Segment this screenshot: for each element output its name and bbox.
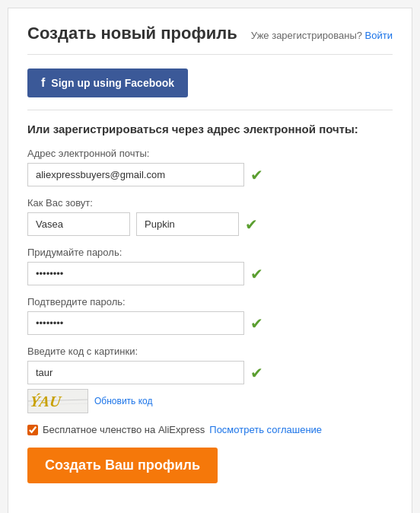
agreement-link[interactable]: Посмотреть соглашение <box>209 424 322 435</box>
password-input[interactable] <box>27 262 244 285</box>
confirm-password-input-row: ✔ <box>27 311 393 335</box>
captcha-group: Введите код с картинки: ✔ ÝAU Обновить к… <box>27 346 393 413</box>
login-link[interactable]: Войти <box>365 30 393 41</box>
confirm-password-input[interactable] <box>27 311 244 335</box>
facebook-signup-button[interactable]: f Sign up using Facebook <box>27 69 188 97</box>
membership-text: Бесплатное членство на AliExpress <box>43 424 205 435</box>
captcha-input[interactable] <box>27 361 244 384</box>
main-container: Создать новый профиль Уже зарегистрирова… <box>8 8 412 513</box>
email-label: Адрес электронной почты: <box>27 148 393 159</box>
last-name-input[interactable] <box>136 212 239 236</box>
password-group: Придумайте пароль: ✔ <box>27 247 393 285</box>
name-label: Как Вас зовут: <box>27 197 393 209</box>
password-check-icon: ✔ <box>250 265 263 283</box>
facebook-icon: f <box>41 76 45 90</box>
confirm-password-label: Подтвердите пароль: <box>27 296 393 307</box>
name-group: Как Вас зовут: ✔ <box>27 197 393 236</box>
email-input-row: ✔ <box>27 163 393 186</box>
confirm-password-check-icon: ✔ <box>250 314 263 333</box>
name-input-row: ✔ <box>27 212 393 236</box>
password-label: Придумайте пароль: <box>27 247 393 258</box>
captcha-image-row: ÝAU Обновить код <box>27 389 393 413</box>
email-group: Адрес электронной почты: ✔ <box>27 148 393 186</box>
svg-text:ÝAU: ÝAU <box>29 393 63 409</box>
page-title: Создать новый профиль <box>27 24 237 43</box>
captcha-svg: ÝAU <box>28 390 88 413</box>
captcha-input-row: ✔ <box>27 361 393 384</box>
refresh-captcha-button[interactable]: Обновить код <box>94 396 152 406</box>
already-registered-text: Уже зарегистрированы? Войти <box>251 30 393 41</box>
captcha-image: ÝAU <box>27 389 88 413</box>
email-check-icon: ✔ <box>250 166 263 184</box>
captcha-check-icon: ✔ <box>250 364 263 382</box>
password-input-row: ✔ <box>27 262 393 285</box>
submit-button[interactable]: Создать Ваш профиль <box>27 448 218 483</box>
name-check-icon: ✔ <box>245 215 258 234</box>
page-header: Создать новый профиль Уже зарегистрирова… <box>27 24 393 55</box>
membership-checkbox[interactable] <box>27 425 38 435</box>
first-name-input[interactable] <box>27 212 130 236</box>
email-input[interactable] <box>27 163 244 186</box>
or-email-section-label: Или зарегистрироваться через адрес элект… <box>27 123 393 135</box>
divider <box>27 110 393 110</box>
confirm-password-group: Подтвердите пароль: ✔ <box>27 296 393 335</box>
membership-row: Бесплатное членство на AliExpress Посмот… <box>27 424 393 435</box>
captcha-label: Введите код с картинки: <box>27 346 393 357</box>
